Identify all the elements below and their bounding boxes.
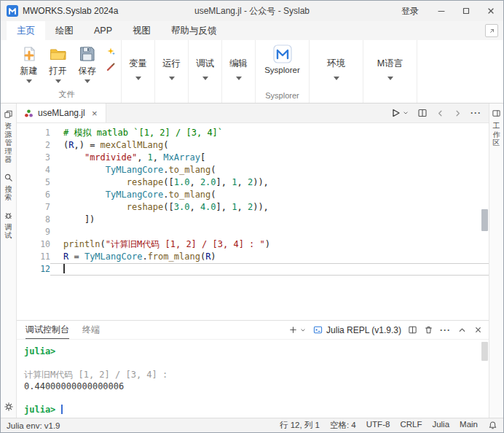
editor-toolbar bbox=[390, 104, 489, 122]
mworks-window: MWORKS.Syslab 2024a useMLang.jl - 公众号 - … bbox=[0, 0, 504, 433]
activity-bar: 资源管理器 搜索 调试 bbox=[1, 104, 17, 418]
split-panel-icon[interactable] bbox=[408, 325, 417, 335]
brush-icon[interactable] bbox=[106, 62, 116, 72]
ribbon-group-环境[interactable]: 环境 bbox=[310, 40, 363, 103]
ribbon-tab-主页[interactable]: 主页 bbox=[7, 21, 45, 40]
status-item[interactable]: Julia bbox=[432, 420, 449, 431]
new-button[interactable]: 新建 bbox=[15, 44, 43, 83]
status-item[interactable]: 行 12, 列 1 bbox=[280, 420, 320, 431]
open-button[interactable]: 打开 bbox=[44, 44, 72, 83]
ribbon-group-变量[interactable]: 变量 bbox=[122, 40, 155, 103]
chevron-down-icon bbox=[299, 327, 307, 334]
ribbon-collapse-icon[interactable] bbox=[485, 24, 498, 37]
editor-tab-label: useMLang.jl bbox=[38, 108, 85, 118]
run-file-button[interactable] bbox=[390, 108, 409, 118]
save-button-label: 保存 bbox=[79, 65, 96, 77]
sysplorer-button-label: Sysplorer bbox=[264, 66, 300, 74]
ribbon-group-M语言[interactable]: M语言 bbox=[363, 40, 417, 103]
chevron-down-icon bbox=[402, 109, 409, 117]
chevron-down-icon bbox=[169, 77, 175, 80]
sidebar-item-explorer[interactable]: 资源管理器 bbox=[4, 109, 13, 164]
sysplorer-button[interactable]: Sysplorer bbox=[257, 40, 308, 74]
new-button-label: 新建 bbox=[20, 65, 38, 77]
debug-console[interactable]: julia> 计算旧M代码 [1, 2] / [3, 4] : 0.440000… bbox=[17, 340, 489, 418]
maximize-button[interactable] bbox=[454, 1, 479, 21]
repl-selector[interactable]: Julia REPL (v1.9.3) bbox=[313, 325, 401, 335]
titlebar-left: MWORKS.Syslab 2024a bbox=[1, 5, 118, 17]
ribbon-group-调试[interactable]: 调试 bbox=[189, 40, 222, 103]
code-line[interactable]: 3 "mrdivide", 1, MxArray[ bbox=[17, 152, 489, 164]
search-icon bbox=[4, 173, 13, 182]
file-group-buttons: 新建 打开 保存 bbox=[12, 40, 121, 83]
chevron-down-icon bbox=[135, 77, 141, 80]
ribbon-tab-视图[interactable]: 视图 bbox=[122, 21, 161, 40]
status-item[interactable]: 空格: 4 bbox=[330, 420, 356, 431]
status-item[interactable]: CRLF bbox=[400, 420, 422, 431]
code-line[interactable]: 6 TyMLangCore.to_mlang( bbox=[17, 189, 489, 201]
editor-column: useMLang.jl bbox=[17, 104, 489, 418]
code-line[interactable]: 11R = TyMLangCore.from_mlang(R) bbox=[17, 251, 489, 263]
more-panel-actions-icon[interactable] bbox=[440, 325, 451, 335]
ribbon-tab-APP[interactable]: APP bbox=[84, 21, 122, 40]
julia-env-status[interactable]: Julia env: v1.9 bbox=[1, 421, 60, 430]
debug-icon bbox=[4, 211, 13, 220]
split-editor-icon[interactable] bbox=[417, 108, 428, 118]
code-line[interactable]: 10println("计算旧M代码 [1, 2] / [3, 4] : ") bbox=[17, 238, 489, 251]
workspace-icon bbox=[492, 109, 501, 118]
chevron-down-icon bbox=[26, 79, 32, 83]
code-line[interactable]: 1# 模拟 matlab `[1, 2] / [3, 4]` bbox=[17, 127, 489, 139]
bell-icon[interactable] bbox=[488, 421, 497, 430]
editor-scrollbar[interactable] bbox=[481, 209, 488, 231]
code-line[interactable]: 9 bbox=[17, 226, 489, 238]
minimize-button[interactable] bbox=[429, 1, 454, 21]
code-line[interactable]: 2(R,) = mexCallMLang( bbox=[17, 139, 489, 152]
titlebar: MWORKS.Syslab 2024a useMLang.jl - 公众号 - … bbox=[1, 1, 503, 21]
tab-terminal[interactable]: 终端 bbox=[82, 321, 100, 339]
editor-tab-usemlang[interactable]: useMLang.jl bbox=[17, 104, 106, 122]
sidebar-item-search[interactable]: 搜索 bbox=[4, 173, 13, 202]
save-button[interactable]: 保存 bbox=[74, 44, 101, 83]
chevron-down-icon bbox=[202, 77, 208, 80]
code-editor[interactable]: 1# 模拟 matlab `[1, 2] / [3, 4]`2(R,) = me… bbox=[17, 123, 489, 320]
gear-icon[interactable] bbox=[4, 402, 14, 412]
editor-tab-bar: useMLang.jl bbox=[17, 104, 489, 123]
tab-debug-console[interactable]: 调试控制台 bbox=[25, 321, 69, 339]
more-actions-icon[interactable] bbox=[470, 108, 481, 118]
status-right: 行 12, 列 1空格: 4UTF-8CRLFJuliaMain bbox=[280, 420, 503, 431]
chevron-up-icon[interactable] bbox=[457, 325, 467, 335]
julia-file-icon bbox=[24, 109, 34, 118]
sidebar-item-workspace[interactable]: 工作区 bbox=[492, 109, 501, 147]
ribbon-group-编辑[interactable]: 编辑 bbox=[222, 40, 256, 103]
explorer-label: 资源管理器 bbox=[5, 122, 12, 164]
code-line[interactable]: 8 ]) bbox=[17, 214, 489, 226]
code-line[interactable]: 12 bbox=[17, 263, 489, 276]
ribbon-tab-帮助与反馈[interactable]: 帮助与反馈 bbox=[161, 21, 227, 40]
code-line[interactable]: 4 TyMLangCore.to_mlang( bbox=[17, 164, 489, 176]
sysplorer-group-label: Sysplorer bbox=[265, 91, 299, 103]
ribbon: 新建 打开 保存 bbox=[1, 40, 503, 104]
trash-icon[interactable] bbox=[424, 325, 433, 335]
close-panel-icon[interactable] bbox=[473, 325, 483, 335]
console-lines: julia> 计算旧M代码 [1, 2] / [3, 4] : 0.440000… bbox=[24, 346, 489, 416]
titlebar-controls: 登录 bbox=[391, 1, 503, 21]
status-right-items: 行 12, 列 1空格: 4UTF-8CRLFJuliaMain bbox=[280, 420, 478, 431]
sidebar-item-debug[interactable]: 调试 bbox=[4, 211, 13, 240]
ribbon-group-运行[interactable]: 运行 bbox=[155, 40, 189, 103]
ribbon-tab-bar: 主页绘图APP视图帮助与反馈 bbox=[1, 21, 503, 40]
status-item[interactable]: UTF-8 bbox=[366, 420, 390, 431]
login-button[interactable]: 登录 bbox=[391, 5, 429, 17]
code-line[interactable]: 7 reshape([3.0, 4.0], 1, 2)), bbox=[17, 201, 489, 214]
new-terminal-button[interactable] bbox=[288, 325, 307, 335]
back-icon[interactable] bbox=[436, 109, 445, 118]
code-line[interactable]: 5 reshape([1.0, 2.0], 1, 2)), bbox=[17, 176, 489, 189]
wand-icon[interactable] bbox=[106, 47, 116, 57]
ribbon-tab-绘图[interactable]: 绘图 bbox=[45, 21, 84, 40]
new-file-icon bbox=[20, 45, 38, 63]
file-mini-buttons bbox=[103, 44, 119, 72]
close-window-button[interactable] bbox=[479, 1, 503, 21]
forward-icon[interactable] bbox=[453, 109, 462, 118]
console-scrollbar[interactable] bbox=[481, 342, 488, 361]
console-line bbox=[24, 392, 489, 404]
status-item[interactable]: Main bbox=[460, 420, 478, 431]
close-icon[interactable] bbox=[90, 108, 100, 119]
